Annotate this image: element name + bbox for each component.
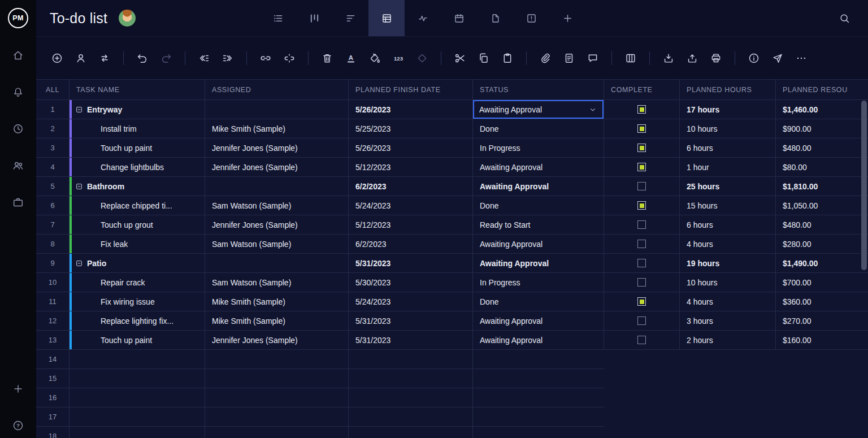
task-name-cell[interactable]: Install trim bbox=[70, 119, 205, 138]
planned-hours-cell[interactable]: 3 hours bbox=[680, 311, 776, 331]
row-number[interactable]: 18 bbox=[36, 427, 70, 438]
status-cell[interactable]: Awaiting Approval bbox=[473, 100, 604, 119]
planned-cost-cell[interactable]: $700.00 bbox=[776, 273, 868, 292]
empty-cell[interactable] bbox=[205, 427, 349, 438]
assigned-cell[interactable]: Jennifer Jones (Sample) bbox=[205, 158, 349, 177]
task-name-cell[interactable]: Replace chipped ti... bbox=[70, 196, 205, 215]
row-number[interactable]: 9 bbox=[36, 254, 70, 273]
planned-cost-cell[interactable]: $270.00 bbox=[776, 311, 868, 331]
status-cell[interactable]: Awaiting Approval bbox=[473, 158, 604, 177]
assign-button[interactable] bbox=[70, 48, 92, 68]
complete-checkbox[interactable] bbox=[637, 220, 646, 229]
task-name-cell[interactable]: Touch up grout bbox=[70, 215, 205, 235]
copy-button[interactable] bbox=[473, 48, 494, 68]
empty-cell[interactable] bbox=[349, 407, 473, 427]
status-cell[interactable]: Done bbox=[473, 119, 604, 138]
planned-cost-cell[interactable]: $160.00 bbox=[776, 331, 868, 350]
assigned-cell[interactable]: Sam Watson (Sample) bbox=[205, 196, 349, 215]
assigned-cell[interactable] bbox=[205, 100, 349, 119]
empty-cell[interactable] bbox=[70, 369, 205, 388]
planned-hours-cell[interactable]: 4 hours bbox=[680, 235, 776, 254]
status-cell[interactable]: Awaiting Approval bbox=[473, 331, 604, 350]
empty-cell[interactable] bbox=[473, 407, 604, 427]
complete-checkbox[interactable] bbox=[637, 297, 646, 306]
complete-checkbox[interactable] bbox=[637, 182, 646, 190]
column-header-complete[interactable]: COMPLETE bbox=[604, 80, 680, 100]
task-name-cell[interactable]: Fix leak bbox=[70, 235, 205, 254]
finish-date-cell[interactable]: 6/2/2023 bbox=[349, 235, 473, 254]
collapse-icon[interactable] bbox=[75, 106, 83, 114]
column-header-all[interactable]: ALL bbox=[36, 80, 70, 100]
home-icon[interactable] bbox=[7, 44, 29, 67]
planned-cost-cell[interactable]: $1,810.00 bbox=[776, 177, 868, 196]
unlink-tasks-button[interactable] bbox=[279, 48, 300, 68]
tab-add-view[interactable] bbox=[549, 0, 585, 36]
finish-date-cell[interactable]: 6/2/2023 bbox=[349, 177, 473, 196]
assigned-cell[interactable]: Jennifer Jones (Sample) bbox=[205, 138, 349, 158]
column-header-assigned[interactable]: ASSIGNED bbox=[205, 80, 349, 100]
planned-hours-cell[interactable]: 10 hours bbox=[680, 119, 776, 138]
assigned-cell[interactable] bbox=[205, 177, 349, 196]
task-name-cell[interactable]: Replace lighting fix... bbox=[70, 311, 205, 331]
column-header-planned-finish-date[interactable]: PLANNED FINISH DATE bbox=[349, 80, 473, 100]
status-cell[interactable]: Ready to Start bbox=[473, 215, 604, 235]
outdent-button[interactable] bbox=[193, 48, 215, 68]
columns-button[interactable] bbox=[620, 48, 641, 68]
collapse-icon[interactable] bbox=[75, 183, 83, 190]
planned-hours-cell[interactable]: 25 hours bbox=[680, 177, 776, 196]
complete-checkbox[interactable] bbox=[637, 124, 646, 133]
tab-calendar-view[interactable] bbox=[441, 0, 477, 36]
column-header-status[interactable]: STATUS bbox=[473, 80, 604, 100]
finish-date-cell[interactable]: 5/12/2023 bbox=[349, 158, 473, 177]
complete-checkbox[interactable] bbox=[637, 240, 646, 248]
assigned-cell[interactable]: Sam Watson (Sample) bbox=[205, 273, 349, 292]
indent-button[interactable] bbox=[217, 48, 238, 68]
planned-cost-cell[interactable]: $900.00 bbox=[776, 119, 868, 138]
status-cell[interactable]: Awaiting Approval bbox=[473, 311, 604, 331]
row-number[interactable]: 2 bbox=[36, 119, 70, 138]
font-color-button[interactable]: A bbox=[340, 48, 362, 68]
planned-hours-cell[interactable]: 15 hours bbox=[680, 196, 776, 215]
complete-checkbox[interactable] bbox=[637, 259, 646, 267]
empty-cell[interactable] bbox=[349, 427, 473, 438]
finish-date-cell[interactable]: 5/24/2023 bbox=[349, 292, 473, 311]
row-number[interactable]: 13 bbox=[36, 331, 70, 350]
planned-hours-cell[interactable]: 6 hours bbox=[680, 138, 776, 158]
row-number[interactable]: 14 bbox=[36, 350, 70, 369]
assigned-cell[interactable] bbox=[205, 254, 349, 273]
fill-color-button[interactable] bbox=[364, 48, 385, 68]
search-icon[interactable] bbox=[834, 8, 854, 28]
status-cell[interactable]: In Progress bbox=[473, 138, 604, 158]
planned-hours-cell[interactable]: 1 hour bbox=[680, 158, 776, 177]
complete-checkbox[interactable] bbox=[637, 316, 646, 325]
complete-checkbox[interactable] bbox=[637, 201, 646, 210]
row-number[interactable]: 5 bbox=[36, 177, 70, 196]
empty-cell[interactable] bbox=[70, 427, 205, 438]
status-cell[interactable]: Awaiting Approval bbox=[473, 235, 604, 254]
planned-cost-cell[interactable]: $480.00 bbox=[776, 215, 868, 235]
status-cell[interactable]: Awaiting Approval bbox=[473, 254, 604, 273]
row-number[interactable]: 6 bbox=[36, 196, 70, 215]
finish-date-cell[interactable]: 5/25/2023 bbox=[349, 119, 473, 138]
row-number[interactable]: 12 bbox=[36, 311, 70, 331]
task-name-cell[interactable]: Entryway bbox=[70, 100, 205, 119]
attachment-button[interactable] bbox=[535, 48, 556, 68]
empty-cell[interactable] bbox=[205, 369, 349, 388]
row-number[interactable]: 8 bbox=[36, 235, 70, 254]
planned-cost-cell[interactable]: $80.00 bbox=[776, 158, 868, 177]
complete-checkbox[interactable] bbox=[637, 144, 646, 152]
status-dropdown[interactable]: Awaiting Approval bbox=[473, 100, 604, 119]
collapse-icon[interactable] bbox=[75, 259, 83, 267]
import-button[interactable] bbox=[658, 48, 679, 68]
empty-cell[interactable] bbox=[473, 388, 604, 407]
more-button[interactable] bbox=[791, 48, 812, 68]
app-logo[interactable]: PM bbox=[0, 0, 36, 36]
tab-board-view[interactable] bbox=[296, 0, 332, 36]
row-number[interactable]: 11 bbox=[36, 292, 70, 311]
assigned-cell[interactable]: Sam Watson (Sample) bbox=[205, 235, 349, 254]
empty-cell[interactable] bbox=[205, 388, 349, 407]
column-header-task-name[interactable]: TASK NAME bbox=[70, 80, 205, 100]
complete-checkbox[interactable] bbox=[637, 336, 646, 344]
tab-workload-view[interactable] bbox=[513, 0, 549, 36]
planned-hours-cell[interactable]: 2 hours bbox=[680, 331, 776, 350]
